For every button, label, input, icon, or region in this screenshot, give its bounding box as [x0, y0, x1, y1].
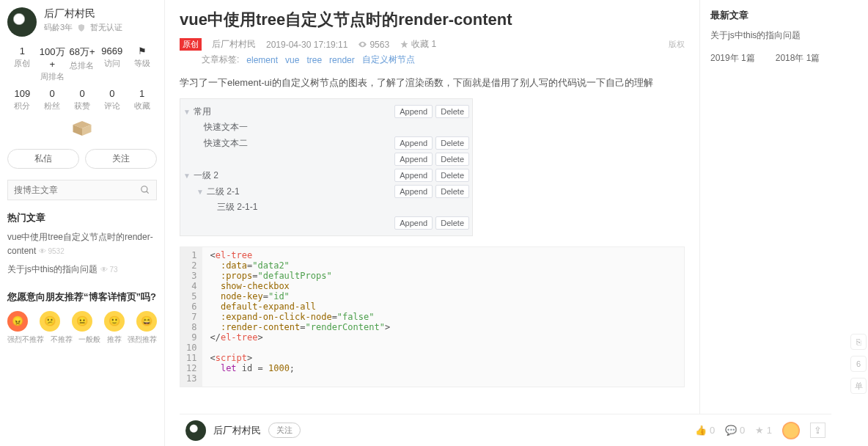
favorite[interactable]: 收藏 1: [400, 38, 436, 51]
delete-button[interactable]: Delete: [435, 216, 469, 230]
face-label: 强烈推荐: [128, 334, 157, 345]
delete-button[interactable]: Delete: [435, 169, 469, 182]
latest-item[interactable]: 关于js中this的指向问题: [710, 29, 858, 42]
star-count[interactable]: ★ 1: [755, 425, 772, 436]
tree-label[interactable]: 二级 2-1: [207, 186, 391, 198]
emoji-icon[interactable]: [782, 422, 800, 439]
archive-link[interactable]: 2018年 1篇: [776, 52, 820, 65]
append-button[interactable]: Append: [394, 169, 433, 182]
stat-label: 获赞: [67, 100, 98, 112]
face-5[interactable]: 😄: [136, 311, 157, 332]
tag[interactable]: render: [329, 55, 355, 65]
archive-link[interactable]: 2019年 1篇: [710, 52, 755, 65]
latest-title: 最新文章: [710, 9, 858, 22]
comment-count[interactable]: 💬 0: [725, 425, 745, 436]
append-button[interactable]: Append: [394, 136, 433, 150]
code-source: <el-tree :data="data2" :props="defaultPr…: [202, 247, 397, 387]
eye-icon: 👁: [39, 247, 48, 255]
tree-label[interactable]: 三级 2-1-1: [217, 201, 469, 213]
avatar[interactable]: [185, 420, 206, 441]
append-button[interactable]: Append: [394, 105, 433, 118]
svg-point-0: [141, 186, 147, 192]
shield-icon: [77, 23, 86, 32]
delete-button[interactable]: Delete: [435, 153, 469, 166]
stat-label: 原创: [7, 58, 37, 69]
caret-icon[interactable]: ▼: [183, 108, 191, 116]
tree-label[interactable]: 快速文本一: [204, 121, 469, 134]
right-sidebar: 最新文章 关于js中this的指向问题 2019年 1篇 2018年 1篇: [699, 0, 868, 446]
stat-label: 评论: [97, 100, 127, 112]
append-button[interactable]: Append: [394, 153, 433, 166]
stat-label: 访问: [97, 58, 127, 69]
widget-1[interactable]: ⎘: [850, 334, 867, 350]
stat-label: 总排名: [67, 60, 98, 71]
stats-row-1: 1原创 100万+周排名 68万+总排名 9669访问 ⚑等级: [7, 45, 157, 82]
article-title: vue中使用tree自定义节点时的render-content: [180, 9, 685, 31]
stat-value: 100万+: [37, 45, 67, 70]
widget-2[interactable]: 6: [850, 356, 867, 372]
recommend-question: 您愿意向朋友推荐“博客详情页”吗?: [7, 290, 157, 304]
caret-icon[interactable]: ▼: [196, 188, 204, 196]
article-date: 2019-04-30 17:19:11: [266, 40, 347, 50]
face-1[interactable]: 😠: [7, 311, 28, 332]
share-icon[interactable]: ⇪: [810, 423, 825, 438]
delete-button[interactable]: Delete: [435, 185, 469, 198]
face-4[interactable]: 🙂: [104, 311, 125, 332]
tag[interactable]: tree: [306, 55, 322, 65]
stat-label: 周排名: [37, 71, 67, 82]
code-block: 12345678910111213 <el-tree :data="data2"…: [180, 246, 685, 387]
face-3[interactable]: 😐: [72, 311, 92, 332]
stat-label: 收藏: [127, 100, 157, 112]
stat-value: 0: [67, 88, 98, 99]
tag[interactable]: vue: [285, 55, 299, 65]
hot-title: 热门文章: [7, 211, 157, 224]
stat-value: 109: [7, 88, 37, 99]
article-main: vue中使用tree自定义节点时的render-content 原创 后厂村村民…: [165, 0, 699, 446]
author-name[interactable]: 后厂村村民: [44, 7, 122, 21]
search-box: [7, 180, 157, 200]
hot-views: 9532: [48, 247, 65, 255]
follow-button[interactable]: 关注: [85, 149, 157, 169]
hot-views: 73: [109, 266, 117, 274]
append-button[interactable]: Append: [394, 216, 433, 230]
bottom-bar: 后厂村村民 关注 👍 0 💬 0 ★ 1 ⇪: [180, 414, 831, 446]
avatar[interactable]: [7, 7, 37, 37]
search-input[interactable]: [8, 180, 134, 200]
stat-value: 0: [37, 88, 67, 99]
caret-icon[interactable]: ▼: [183, 172, 191, 180]
hot-link[interactable]: 关于js中this的指向问题: [7, 264, 98, 274]
append-button[interactable]: Append: [394, 185, 433, 198]
tree-label[interactable]: 常用: [194, 106, 391, 118]
stat-value: 1: [127, 88, 157, 99]
copyright-link[interactable]: 版权: [669, 39, 685, 50]
dm-button[interactable]: 私信: [7, 149, 79, 169]
search-button[interactable]: [134, 180, 156, 200]
like-count[interactable]: 👍 0: [695, 425, 715, 436]
follow-button[interactable]: 关注: [268, 423, 301, 438]
tree-label[interactable]: 一级 2: [194, 169, 391, 182]
tag[interactable]: element: [246, 55, 278, 65]
article-intro: 学习了一下element-ui的自定义树节点的图表，了解了渲染函数，下面就是借用…: [180, 76, 685, 89]
footer-author[interactable]: 后厂村村民: [213, 424, 261, 437]
tree-label[interactable]: 快速文本二: [204, 137, 391, 150]
face-label: 推荐: [107, 334, 122, 345]
line-numbers: 12345678910111213: [180, 247, 202, 387]
stat-value: 68万+: [67, 45, 98, 59]
tags-label: 文章标签:: [202, 54, 239, 66]
original-badge: 原创: [180, 38, 202, 51]
stat-value: 1: [7, 45, 37, 56]
author-age: 码龄3年: [44, 22, 73, 33]
article-author[interactable]: 后厂村村民: [212, 38, 256, 51]
hot-link[interactable]: vue中使用tree自定义节点时的render-content: [7, 232, 153, 256]
tag[interactable]: 自定义树节点: [362, 54, 415, 66]
sidebar: 后厂村村民 码龄3年 暂无认证 1原创 100万+周排名 68万+总排名 966…: [0, 0, 165, 446]
delete-button[interactable]: Delete: [435, 136, 469, 150]
face-label: 强烈不推荐: [7, 334, 44, 345]
stat-value: 0: [97, 88, 127, 99]
widget-3[interactable]: 单: [850, 378, 867, 394]
level-flag-icon: ⚑: [127, 45, 157, 56]
face-2[interactable]: 😕: [40, 311, 60, 332]
stat-value: 9669: [97, 45, 127, 56]
delete-button[interactable]: Delete: [435, 105, 469, 118]
stat-label: 粉丝: [37, 100, 67, 112]
